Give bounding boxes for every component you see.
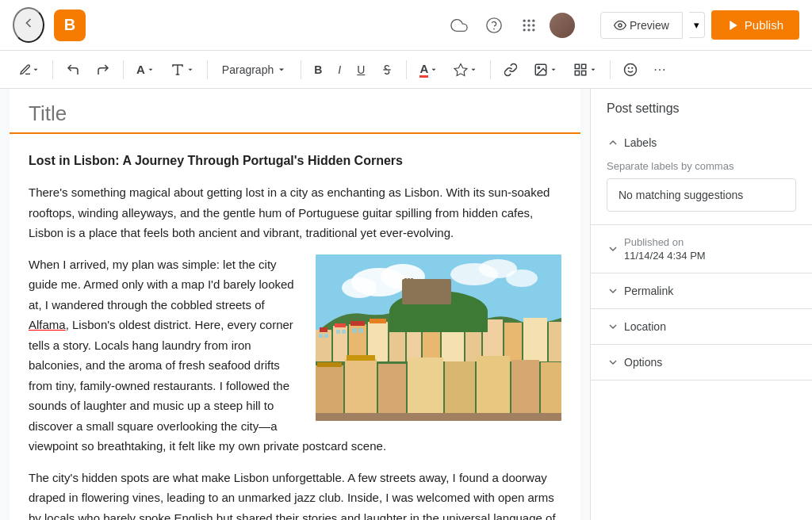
location-section-header[interactable]: Location (591, 309, 812, 344)
svg-point-7 (532, 24, 534, 26)
svg-rect-80 (316, 413, 561, 421)
svg-rect-25 (575, 64, 579, 68)
text-size-button[interactable] (164, 58, 201, 82)
help-button[interactable] (480, 11, 508, 40)
svg-marker-21 (472, 68, 476, 71)
svg-rect-74 (378, 364, 406, 421)
paragraph-dropdown[interactable]: Paragraph (214, 59, 294, 81)
blogger-logo: B (54, 10, 86, 41)
options-chevron-icon (607, 356, 619, 369)
published-section: Published on 11/14/24 4:34 PM (591, 225, 812, 273)
labels-label: Labels (624, 136, 657, 149)
svg-rect-44 (404, 278, 407, 283)
avatar[interactable] (550, 13, 575, 38)
emoji-button[interactable] (617, 58, 644, 82)
svg-marker-17 (188, 68, 192, 71)
options-section-header[interactable]: Options (591, 345, 812, 380)
svg-marker-13 (34, 68, 38, 71)
svg-rect-71 (317, 362, 342, 367)
right-sidebar: Post settings Labels Separate labels by … (590, 89, 812, 520)
svg-point-11 (619, 24, 622, 27)
svg-rect-52 (350, 321, 365, 326)
editor-area: Lost in Lisbon: A Journey Through Portug… (0, 89, 590, 520)
highlight-button[interactable] (447, 58, 484, 82)
title-input[interactable] (10, 89, 580, 134)
svg-rect-79 (541, 362, 561, 421)
svg-point-10 (532, 29, 534, 31)
undo-button[interactable] (59, 58, 86, 82)
published-info: Published on 11/14/24 4:34 PM (624, 236, 706, 262)
redo-button[interactable] (90, 58, 117, 82)
preview-button[interactable]: Preview (600, 12, 683, 39)
location-label: Location (624, 320, 666, 333)
top-nav: B Preview (0, 0, 812, 51)
toolbar: A Paragraph B I U A (0, 51, 812, 89)
svg-point-35 (381, 264, 425, 289)
nav-left: B (13, 7, 86, 43)
svg-rect-41 (407, 288, 446, 312)
svg-rect-43 (431, 284, 440, 296)
italic-button[interactable]: I (331, 59, 347, 81)
editor-inner: Lost in Lisbon: A Journey Through Portug… (10, 89, 580, 520)
image-button[interactable] (527, 58, 564, 82)
options-label: Options (624, 356, 662, 369)
svg-marker-29 (592, 68, 596, 71)
svg-rect-27 (582, 71, 586, 75)
svg-rect-62 (523, 318, 547, 361)
post-settings-title: Post settings (591, 89, 812, 125)
main-layout: Lost in Lisbon: A Journey Through Portug… (0, 89, 812, 520)
svg-rect-46 (411, 278, 413, 283)
svg-point-2 (523, 19, 526, 21)
svg-rect-68 (352, 328, 357, 333)
svg-point-9 (527, 29, 530, 31)
svg-rect-60 (483, 319, 503, 361)
chevron-down-icon (607, 243, 619, 255)
strikethrough-button[interactable] (374, 59, 400, 81)
preview-dropdown-button[interactable]: ▾ (689, 12, 705, 38)
svg-rect-50 (335, 323, 346, 327)
svg-marker-20 (432, 68, 436, 71)
link-button[interactable] (497, 58, 524, 82)
svg-rect-28 (575, 71, 579, 75)
labels-hint: Separate labels by commas (607, 160, 796, 172)
svg-rect-61 (504, 323, 522, 361)
cloud-button[interactable] (445, 11, 473, 40)
underline-button[interactable]: U (350, 59, 371, 81)
svg-point-8 (523, 29, 526, 31)
lisbon-cityscape (316, 254, 561, 421)
svg-point-23 (538, 67, 539, 68)
svg-marker-24 (552, 68, 556, 71)
svg-rect-76 (445, 361, 475, 421)
svg-rect-55 (389, 326, 405, 361)
labels-section: Labels Separate labels by commas No matc… (591, 125, 812, 225)
labels-section-header[interactable]: Labels (591, 125, 812, 160)
pen-tool-button[interactable] (13, 59, 46, 81)
publish-button[interactable]: Publish (711, 10, 799, 40)
svg-rect-58 (442, 322, 464, 361)
text-style-button[interactable]: A (130, 58, 161, 81)
svg-rect-54 (370, 319, 386, 323)
permalink-label: Permalink (624, 285, 673, 297)
permalink-section-header[interactable]: Permalink (591, 273, 812, 308)
svg-rect-59 (465, 324, 481, 361)
bold-button[interactable]: B (308, 59, 328, 81)
paragraph-3: The city's hidden spots are what make Li… (29, 468, 561, 520)
alfama-text: Alfama (29, 318, 66, 331)
svg-rect-66 (336, 330, 340, 334)
svg-rect-45 (408, 278, 410, 283)
paragraph-1: There's something magical about getting … (29, 182, 561, 243)
svg-point-30 (625, 63, 637, 75)
back-button[interactable] (13, 7, 44, 43)
svg-rect-57 (423, 327, 440, 361)
apps-button[interactable] (515, 11, 543, 40)
font-color-button[interactable]: A (413, 57, 444, 82)
lisbon-image (316, 254, 561, 421)
published-section-header[interactable]: Published on 11/14/24 4:34 PM (591, 225, 812, 273)
svg-rect-65 (324, 334, 328, 338)
published-label: Published on (624, 236, 706, 248)
more-options-button[interactable]: ··· (647, 58, 672, 82)
svg-rect-73 (347, 355, 375, 361)
svg-rect-63 (549, 322, 561, 361)
article-title: Lost in Lisbon: A Journey Through Portug… (29, 150, 561, 171)
layout-button[interactable] (567, 58, 603, 82)
